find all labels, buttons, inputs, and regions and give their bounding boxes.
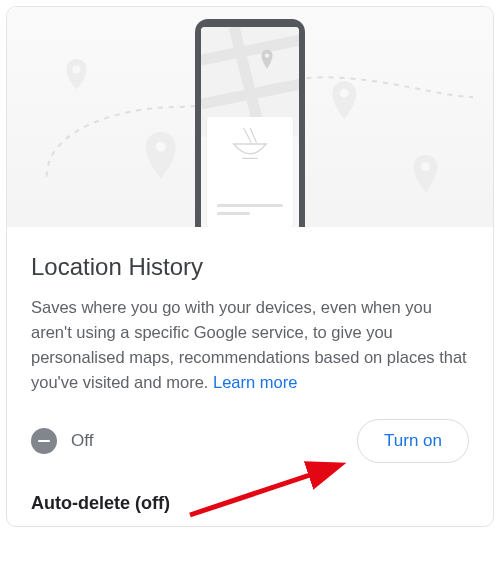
phone-content-card (207, 117, 293, 227)
card-description: Saves where you go with your devices, ev… (31, 295, 469, 395)
card-content: Location History Saves where you go with… (7, 227, 493, 526)
svg-line-10 (244, 128, 252, 143)
card-title: Location History (31, 253, 469, 281)
svg-point-2 (340, 89, 349, 98)
learn-more-link[interactable]: Learn more (213, 373, 297, 391)
auto-delete-title: Auto-delete (off) (31, 493, 469, 514)
svg-point-0 (72, 65, 80, 73)
bowl-icon (224, 123, 276, 165)
turn-on-button[interactable]: Turn on (357, 419, 469, 463)
status-left: Off (31, 428, 93, 454)
svg-point-3 (421, 162, 430, 171)
svg-point-8 (265, 53, 269, 57)
hero-illustration (7, 7, 493, 227)
minus-icon (38, 440, 50, 443)
settings-card: Location History Saves where you go with… (6, 6, 494, 527)
svg-line-11 (250, 128, 257, 143)
status-label: Off (71, 431, 93, 451)
status-off-icon (31, 428, 57, 454)
svg-point-1 (156, 142, 166, 152)
phone-mockup (195, 19, 305, 227)
status-row: Off Turn on (31, 413, 469, 485)
